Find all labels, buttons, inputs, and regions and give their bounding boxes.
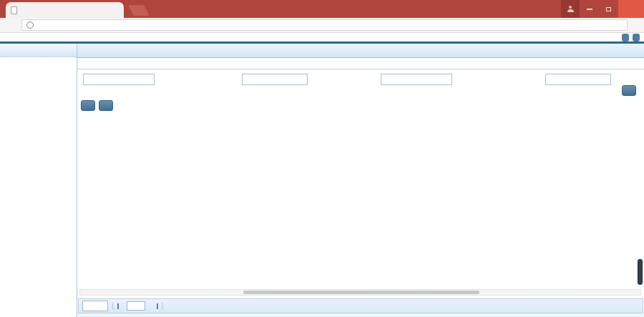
action-buttons-row — [77, 98, 644, 112]
sidebar-header — [0, 44, 77, 57]
sidebar — [0, 44, 77, 317]
browser-urlbar — [0, 18, 644, 33]
pager-divider: | — [162, 302, 164, 310]
favicon-page-icon — [11, 6, 17, 14]
logout-button[interactable] — [633, 34, 640, 42]
pager-divider: | — [112, 302, 114, 310]
refresh-button[interactable] — [99, 100, 113, 111]
white-overlay — [571, 144, 643, 174]
last-page-button[interactable] — [156, 303, 158, 309]
first-page-button[interactable] — [117, 303, 119, 309]
query-button[interactable] — [622, 85, 636, 96]
fee-register-button[interactable] — [81, 100, 95, 111]
address-bar[interactable] — [21, 19, 628, 31]
info-icon[interactable] — [26, 21, 34, 29]
browser-titlebar — [0, 0, 644, 18]
start-date-input[interactable] — [83, 74, 155, 85]
vertical-scrollbar-thumb[interactable] — [638, 259, 643, 285]
pagination-bar: | | — [78, 298, 643, 313]
horizontal-scrollbar[interactable] — [79, 289, 641, 296]
tab-strip — [77, 44, 644, 58]
page-size-select[interactable] — [82, 301, 108, 311]
bottom-strip — [77, 313, 644, 317]
person-icon — [567, 6, 574, 12]
sidebar-spacer — [0, 57, 77, 317]
window-controls — [561, 0, 644, 18]
restore-button[interactable] — [599, 0, 618, 18]
profile-button[interactable] — [561, 0, 580, 18]
main-content: | | — [77, 44, 644, 317]
app-header — [0, 33, 644, 42]
question-center-button[interactable] — [622, 34, 629, 42]
hscroll-thumb[interactable] — [243, 291, 479, 294]
minimize-button[interactable] — [580, 0, 599, 18]
panel-title-bar — [77, 58, 644, 69]
page-number-input[interactable] — [127, 301, 145, 311]
order-no-input[interactable] — [381, 74, 452, 85]
plate-no-input[interactable] — [545, 74, 611, 85]
browser-tab[interactable] — [6, 2, 124, 18]
close-window-button[interactable] — [618, 0, 644, 18]
data-table-wrap — [79, 112, 643, 289]
end-date-input[interactable] — [242, 74, 308, 85]
new-tab-button[interactable] — [128, 5, 150, 16]
filter-form — [77, 69, 644, 98]
